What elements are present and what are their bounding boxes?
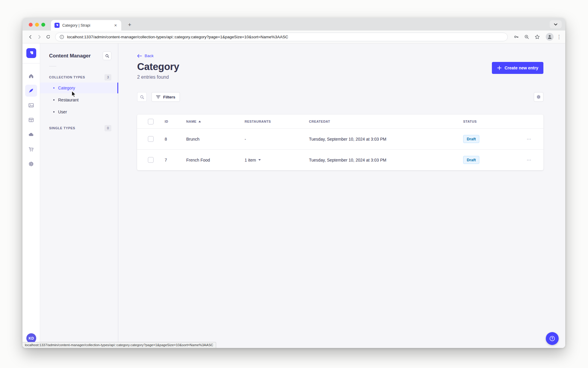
plus-icon: [497, 66, 502, 70]
sidebar-item-category[interactable]: Category: [40, 83, 118, 93]
column-header-name[interactable]: NAME: [186, 120, 245, 123]
column-header-id[interactable]: ID: [165, 120, 186, 123]
browser-window: Category | Strapi ✕ + localhost:1337/adm…: [22, 18, 565, 348]
nav-media-library-button[interactable]: [25, 99, 37, 111]
nav-content-type-builder-button[interactable]: [25, 114, 37, 126]
collection-types-label: COLLECTION TYPES: [49, 75, 85, 79]
bookmark-star-icon[interactable]: [533, 33, 541, 41]
browser-menu-icon[interactable]: ⋮: [556, 34, 562, 40]
page-title: Category: [137, 61, 179, 72]
question-mark-icon: ?: [549, 335, 556, 342]
create-new-entry-button[interactable]: Create new entry: [492, 62, 543, 74]
browser-profile-avatar[interactable]: [546, 33, 554, 41]
tab-close-icon[interactable]: ✕: [113, 23, 118, 28]
collection-types-count-badge: 3: [104, 74, 111, 80]
table-settings-button[interactable]: [534, 92, 543, 102]
nav-settings-button[interactable]: [25, 158, 37, 170]
arrow-left-icon: [137, 54, 142, 58]
row-actions-menu-icon[interactable]: ⋯: [515, 157, 543, 163]
feather-pen-icon: [28, 88, 34, 94]
layout-icon: [28, 117, 34, 123]
column-header-restaurants[interactable]: RESTAURANTS: [245, 120, 309, 123]
strapi-logo-icon[interactable]: [26, 48, 36, 58]
cell-name: French Food: [186, 158, 245, 162]
status-bar-link-preview: localhost:1337/admin/content-manager/col…: [22, 342, 216, 348]
url-bar[interactable]: localhost:1337/admin/content-manager/col…: [55, 33, 508, 41]
column-header-createdat[interactable]: CREATEDAT: [309, 120, 463, 123]
entries-count: 2 entries found: [137, 74, 179, 80]
forward-button[interactable]: [35, 32, 44, 41]
table-search-button[interactable]: [137, 92, 147, 102]
svg-text:?: ?: [551, 337, 553, 340]
nav-marketplace-button[interactable]: [25, 143, 37, 155]
search-icon: [140, 95, 144, 99]
rail-divider: [22, 63, 40, 63]
tab-search-button[interactable]: [550, 20, 562, 28]
nav-cloud-button[interactable]: [25, 129, 37, 141]
home-icon: [28, 73, 34, 79]
close-window-button[interactable]: [29, 23, 33, 27]
cell-restaurants[interactable]: 1 item: [245, 158, 309, 162]
row-checkbox[interactable]: [148, 157, 154, 163]
gear-icon: [536, 95, 541, 99]
table-row[interactable]: 7 French Food 1 item Tuesday, September …: [137, 149, 543, 170]
reload-button[interactable]: [44, 32, 53, 41]
gear-icon: [28, 161, 34, 167]
image-icon: [28, 102, 34, 108]
cell-restaurants: -: [245, 137, 309, 142]
table-header-row: ID NAME RESTAURANTS CREATEDAT STATUS: [137, 115, 543, 128]
row-checkbox[interactable]: [148, 136, 154, 142]
subnav-divider: [49, 66, 56, 66]
window-controls: [29, 23, 45, 27]
app-content: KD Content Manager COLLECTION TYPES 3 Ca…: [22, 43, 565, 348]
bullet-icon: [53, 111, 54, 112]
browser-tab[interactable]: Category | Strapi ✕: [51, 20, 121, 31]
chevron-down-icon: [554, 23, 557, 26]
filters-button[interactable]: Filters: [151, 92, 180, 102]
strapi-favicon-icon: [54, 23, 60, 28]
sidebar-item-restaurant[interactable]: Restaurant: [40, 95, 118, 105]
back-link[interactable]: Back: [137, 54, 158, 58]
table-row[interactable]: 8 Brunch - Tuesday, September 10, 2024 a…: [137, 128, 543, 149]
url-text: localhost:1337/admin/content-manager/col…: [67, 35, 288, 39]
bullet-icon: [53, 99, 54, 101]
subnav-search-button[interactable]: [103, 51, 111, 60]
shopping-cart-icon: [28, 146, 34, 152]
status-badge: Draft: [463, 135, 479, 143]
tab-title: Category | Strapi: [62, 23, 113, 28]
browser-toolbar: localhost:1337/admin/content-manager/col…: [22, 31, 565, 43]
filter-icon: [156, 95, 160, 99]
status-badge: Draft: [463, 156, 479, 164]
site-info-icon[interactable]: [60, 35, 64, 39]
cell-name: Brunch: [186, 137, 245, 142]
toolbar-right-icons: ⋮: [512, 33, 562, 41]
bullet-icon: [53, 87, 54, 89]
sort-ascending-icon: [198, 121, 201, 122]
nav-home-button[interactable]: [25, 70, 37, 82]
cell-id: 7: [165, 158, 186, 162]
cell-id: 8: [165, 137, 186, 142]
back-button[interactable]: [26, 32, 35, 41]
single-types-label: SINGLE TYPES: [49, 126, 75, 130]
main-panel: Back Category 2 entries found Create new…: [118, 43, 565, 348]
password-key-icon[interactable]: [512, 33, 520, 41]
zoom-search-icon[interactable]: [522, 33, 531, 41]
search-icon: [105, 54, 109, 58]
cloud-icon: [28, 131, 34, 138]
chevron-down-icon: [258, 159, 261, 161]
help-button[interactable]: ?: [546, 332, 559, 345]
select-all-checkbox[interactable]: [148, 119, 154, 124]
entries-table: ID NAME RESTAURANTS CREATEDAT STATUS 8 B…: [137, 115, 543, 170]
row-actions-menu-icon[interactable]: ⋯: [515, 136, 543, 142]
nav-content-manager-button[interactable]: [25, 85, 37, 97]
single-types-count-badge: 0: [104, 125, 111, 131]
main-nav-rail: KD: [22, 43, 40, 348]
content-manager-subnav: Content Manager COLLECTION TYPES 3 Categ…: [40, 43, 118, 348]
new-tab-button[interactable]: +: [126, 21, 134, 29]
column-header-status[interactable]: STATUS: [463, 120, 515, 123]
minimize-window-button[interactable]: [35, 23, 39, 27]
sidebar-item-user[interactable]: User: [40, 107, 118, 117]
cell-createdat: Tuesday, September 10, 2024 at 3:03 PM: [309, 158, 463, 162]
maximize-window-button[interactable]: [41, 23, 45, 27]
subnav-title: Content Manager: [49, 53, 91, 59]
